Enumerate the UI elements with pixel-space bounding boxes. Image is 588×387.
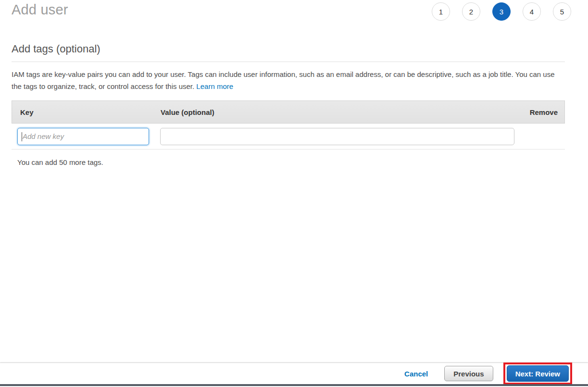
column-header-value: Value (optional) [161,108,514,116]
value-cell [160,128,514,145]
red-highlight-annotation: Next: Review [503,362,572,385]
column-header-remove: Remove [514,108,564,116]
description-text: IAM tags are key-value pairs you can add… [12,70,555,90]
page-header: Add user 1 2 3 4 5 [0,0,588,21]
step-2: 2 [462,2,480,21]
tags-table: Key Value (optional) Remove You can add … [12,100,565,166]
key-input-wrap [12,128,149,145]
section-description: IAM tags are key-value pairs you can add… [12,68,565,92]
add-user-wizard-page: Add user 1 2 3 4 5 Add tags (optional) I… [0,0,588,387]
section-heading: Add tags (optional) [12,43,565,62]
tag-row [12,124,565,150]
step-4: 4 [523,2,541,21]
page-title: Add user [12,1,68,18]
learn-more-link[interactable]: Learn more [196,82,233,90]
tag-key-input[interactable] [17,128,149,145]
main-content: Add tags (optional) IAM tags are key-val… [0,43,588,166]
step-5: 5 [553,2,571,21]
tag-value-input[interactable] [160,128,514,145]
previous-button[interactable]: Previous [444,366,493,381]
tags-table-header: Key Value (optional) Remove [12,100,565,124]
tags-remaining-hint: You can add 50 more tags. [17,158,565,166]
step-1: 1 [432,2,450,21]
wizard-footer: Cancel Previous Next: Review [0,362,588,384]
bottom-bar [0,384,588,386]
column-header-key: Key [12,108,161,116]
text-caret [22,132,22,141]
step-indicator: 1 2 3 4 5 [432,2,571,21]
next-review-button[interactable]: Next: Review [507,365,569,382]
key-cell [12,128,160,145]
cancel-link[interactable]: Cancel [404,370,428,378]
step-3-active: 3 [492,2,511,21]
